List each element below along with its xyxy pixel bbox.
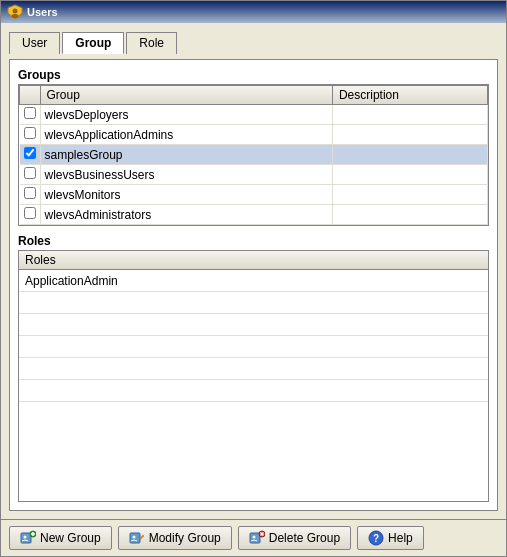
row-checkbox-cell: [20, 145, 41, 165]
tab-group[interactable]: Group: [62, 32, 124, 54]
row-description: [332, 145, 487, 165]
row-group-name: wlevsMonitors: [40, 185, 332, 205]
delete-group-label: Delete Group: [269, 531, 340, 545]
groups-table: Group Description wlevsDeployerswlevsApp…: [19, 85, 488, 225]
row-group-name: wlevsApplicationAdmins: [40, 125, 332, 145]
tab-bar: User Group Role: [9, 31, 498, 53]
edit-group-icon: [129, 530, 145, 546]
col-group: Group: [40, 86, 332, 105]
svg-point-7: [24, 536, 27, 539]
new-group-label: New Group: [40, 531, 101, 545]
tab-user[interactable]: User: [9, 32, 60, 54]
window: Users User Group Role Groups: [0, 0, 507, 557]
row-checkbox[interactable]: [24, 107, 36, 119]
main-panel: Groups Group Description: [9, 59, 498, 511]
row-checkbox[interactable]: [24, 127, 36, 139]
svg-text:?: ?: [373, 533, 379, 544]
roles-row: [19, 358, 488, 380]
svg-point-2: [12, 14, 19, 18]
roles-row: ApplicationAdmin: [19, 270, 488, 292]
help-label: Help: [388, 531, 413, 545]
roles-table-container: Roles ApplicationAdmin: [18, 250, 489, 502]
content-area: User Group Role Groups: [1, 23, 506, 519]
groups-scroll[interactable]: Group Description wlevsDeployerswlevsApp…: [19, 85, 488, 225]
table-row[interactable]: wlevsDeployers: [20, 105, 488, 125]
delete-group-button[interactable]: Delete Group: [238, 526, 351, 550]
title-bar: Users: [1, 1, 506, 23]
row-checkbox-cell: [20, 105, 41, 125]
groups-table-wrapper: Group Description wlevsDeployerswlevsApp…: [18, 84, 489, 226]
row-description: [332, 105, 487, 125]
add-group-icon: [20, 530, 36, 546]
groups-body: wlevsDeployerswlevsApplicationAdminssamp…: [20, 105, 488, 225]
roles-row: [19, 336, 488, 358]
row-group-name: samplesGroup: [40, 145, 332, 165]
table-row[interactable]: samplesGroup: [20, 145, 488, 165]
row-description: [332, 185, 487, 205]
groups-label: Groups: [18, 68, 489, 82]
row-description: [332, 205, 487, 225]
row-checkbox-cell: [20, 205, 41, 225]
row-group-name: wlevsDeployers: [40, 105, 332, 125]
table-row[interactable]: wlevsApplicationAdmins: [20, 125, 488, 145]
roles-row: [19, 292, 488, 314]
roles-section: Roles Roles ApplicationAdmin: [18, 234, 489, 502]
row-checkbox-cell: [20, 125, 41, 145]
row-group-name: wlevsAdministrators: [40, 205, 332, 225]
svg-point-12: [252, 536, 255, 539]
row-checkbox[interactable]: [24, 147, 36, 159]
window-title: Users: [27, 6, 58, 18]
groups-section: Groups Group Description: [18, 68, 489, 226]
roles-row: [19, 380, 488, 402]
row-checkbox-cell: [20, 165, 41, 185]
row-description: [332, 165, 487, 185]
table-row[interactable]: wlevsBusinessUsers: [20, 165, 488, 185]
help-icon: ?: [368, 530, 384, 546]
roles-row: [19, 314, 488, 336]
users-icon: [7, 4, 23, 20]
delete-group-icon: [249, 530, 265, 546]
roles-rows: ApplicationAdmin: [19, 270, 488, 501]
table-row[interactable]: wlevsAdministrators: [20, 205, 488, 225]
svg-point-1: [13, 9, 18, 14]
new-group-button[interactable]: New Group: [9, 526, 112, 550]
groups-header-row: Group Description: [20, 86, 488, 105]
row-checkbox-cell: [20, 185, 41, 205]
row-description: [332, 125, 487, 145]
tab-role[interactable]: Role: [126, 32, 177, 54]
row-group-name: wlevsBusinessUsers: [40, 165, 332, 185]
modify-group-button[interactable]: Modify Group: [118, 526, 232, 550]
row-checkbox[interactable]: [24, 167, 36, 179]
button-bar: New Group Modify Group: [1, 519, 506, 556]
col-checkbox: [20, 86, 41, 105]
table-row[interactable]: wlevsMonitors: [20, 185, 488, 205]
roles-label: Roles: [18, 234, 489, 248]
roles-header: Roles: [19, 251, 488, 270]
row-checkbox[interactable]: [24, 207, 36, 219]
help-button[interactable]: ? Help: [357, 526, 424, 550]
modify-group-label: Modify Group: [149, 531, 221, 545]
col-description: Description: [332, 86, 487, 105]
row-checkbox[interactable]: [24, 187, 36, 199]
svg-point-9: [132, 536, 135, 539]
